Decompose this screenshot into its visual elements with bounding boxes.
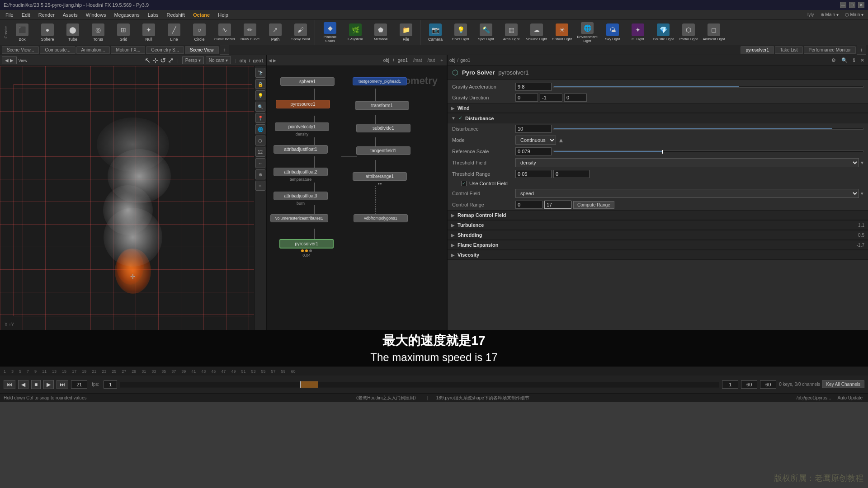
tool-ambient-light[interactable]: ◻Ambient Light: [702, 21, 726, 44]
tab-take-list[interactable]: Take List: [775, 46, 802, 54]
select-tool[interactable]: ↖: [145, 56, 151, 65]
gravity-accel-input[interactable]: [515, 83, 552, 91]
section-remap[interactable]: ▶ Remap Control Field: [448, 210, 868, 220]
tool-file[interactable]: 📁File: [394, 21, 418, 44]
maximize-button[interactable]: □: [849, 2, 855, 8]
tool-box[interactable]: ⬛Box: [10, 21, 34, 44]
rotate-tool[interactable]: ↺: [160, 56, 166, 65]
frame-bar[interactable]: [120, 381, 719, 388]
compute-range-button[interactable]: Compute Range: [573, 201, 614, 209]
node-vdb-box[interactable]: vdbfrompolygons1: [354, 214, 408, 222]
section-flame[interactable]: ▶ Flame Expansion -1.7: [448, 240, 868, 250]
tab-motion-fx[interactable]: Motion FX...: [111, 46, 145, 54]
tool-curve-bezier[interactable]: ∿Curve Bezier: [212, 21, 237, 44]
tool-draw-curve[interactable]: ✏Draw Curve: [238, 21, 262, 44]
tool-torus[interactable]: ◎Torus: [86, 21, 110, 44]
disturbance-input[interactable]: [515, 125, 552, 133]
tool-area-light[interactable]: ▦Area Light: [499, 21, 524, 44]
node-attrib1[interactable]: attribadjustfloat1: [274, 145, 328, 154]
persp-btn[interactable]: Persp ▾: [182, 56, 204, 64]
node-volumerast-box[interactable]: volumerasterizeattributes1: [270, 214, 328, 222]
scale-tool[interactable]: ⤢: [168, 56, 174, 65]
side-btn-9[interactable]: ↔: [255, 158, 265, 168]
node-sphere1[interactable]: sphere1: [280, 77, 335, 86]
tool-line[interactable]: ╱Line: [162, 21, 186, 44]
side-btn-11[interactable]: ≡: [255, 181, 265, 191]
menu-help[interactable]: Help: [214, 11, 232, 19]
props-geo1[interactable]: geo1: [460, 58, 470, 63]
ref-scale-slider[interactable]: [553, 150, 863, 152]
node-tangentfield1[interactable]: tangentfield1: [356, 146, 410, 155]
disturbance-slider[interactable]: [553, 128, 863, 130]
frame-input[interactable]: [71, 380, 87, 389]
node-transform1-box[interactable]: transform1: [355, 101, 409, 110]
side-btn-3[interactable]: 💡: [255, 90, 265, 100]
node-graph-content[interactable]: Geometry sphere1: [267, 66, 447, 330]
side-btn-4[interactable]: 🔍: [255, 102, 265, 112]
node-subdivide1-box[interactable]: subdivide1: [356, 124, 410, 132]
node-geo1[interactable]: geo1: [396, 58, 410, 63]
section-viscosity[interactable]: ▶ Viscosity: [448, 250, 868, 260]
menu-labs[interactable]: Labs: [144, 11, 162, 19]
node-attribrerange1[interactable]: attribrerange1 ●●: [353, 172, 407, 186]
control-range-min[interactable]: [515, 201, 542, 209]
node-mat[interactable]: /mat: [411, 58, 424, 63]
node-pighead-box[interactable]: testgeometry_pighead1: [353, 77, 407, 85]
tool-spray-paint[interactable]: 🖌Spray Paint: [288, 21, 313, 44]
control-field-expand-icon[interactable]: ▾: [861, 191, 863, 197]
side-btn-8[interactable]: 12: [255, 147, 265, 157]
control-range-max[interactable]: [544, 201, 571, 209]
node-pyrosource1[interactable]: pyrosource1: [276, 100, 330, 108]
side-btn-7[interactable]: ⬡: [255, 136, 265, 145]
node-volumerast[interactable]: volumerasterizeattributes1: [270, 214, 328, 222]
node-pyrosolver1-box[interactable]: pyrosolver1: [279, 239, 334, 249]
tab-performance-monitor[interactable]: Performance Monitor: [804, 46, 856, 54]
node-attrib2[interactable]: attribadjustfloat2 temperature: [274, 168, 328, 182]
mode-dropdown[interactable]: Continuous: [515, 136, 556, 145]
tool-metaball[interactable]: ⬟Metaball: [368, 21, 393, 44]
menu-octane[interactable]: Octane: [189, 11, 213, 19]
node-attribrerange1-box[interactable]: attribrerange1: [353, 172, 407, 181]
side-btn-1[interactable]: 🔭: [255, 68, 265, 78]
menu-assets[interactable]: Assets: [59, 11, 81, 19]
section-disturbance-header[interactable]: ▼ ✓ Disturbance: [448, 113, 868, 123]
tl-jump-start[interactable]: ⏮: [4, 380, 15, 389]
tool-env-light[interactable]: 🌐Environment Light: [575, 21, 599, 44]
node-transform1[interactable]: transform1: [355, 101, 409, 110]
mode-stepper-up[interactable]: ▲: [558, 136, 564, 144]
props-search-icon[interactable]: 🔍: [840, 56, 849, 64]
node-sphere1-box[interactable]: sphere1: [280, 77, 335, 86]
node-attrib2-box[interactable]: attribadjustfloat2: [274, 168, 328, 176]
side-btn-5[interactable]: 📍: [255, 113, 265, 123]
tool-null[interactable]: ✦Null: [137, 21, 161, 44]
tool-sphere[interactable]: ●Sphere: [35, 21, 60, 44]
tool-sky-light[interactable]: 🌤Sky Light: [600, 21, 625, 44]
tool-camera[interactable]: 📷Camera: [423, 21, 448, 44]
minimize-button[interactable]: —: [840, 2, 846, 8]
node-vdb[interactable]: vdbfrompolygons1: [354, 214, 408, 222]
key-all-channels-button[interactable]: Key All Channels: [822, 380, 864, 388]
node-subdivide1[interactable]: subdivide1: [356, 124, 410, 132]
props-gear-icon[interactable]: ⚙: [830, 56, 838, 64]
props-close-icon[interactable]: ✕: [859, 56, 866, 64]
tool-caustic-light[interactable]: 💎Caustic Light: [651, 21, 675, 44]
props-obj[interactable]: obj: [449, 58, 455, 63]
tool-volume-light[interactable]: ☁Volume Light: [524, 21, 549, 44]
props-info-icon[interactable]: ℹ: [851, 56, 857, 64]
tab-animation[interactable]: Animation...: [76, 46, 110, 54]
section-wind[interactable]: ▶ Wind: [448, 103, 868, 113]
node-tangentfield1-box[interactable]: tangentfield1: [356, 146, 410, 155]
node-plus[interactable]: +: [439, 58, 445, 63]
node-attrib3-box[interactable]: attribadjustfloat3: [274, 192, 328, 200]
gravity-dir-x[interactable]: [515, 94, 538, 102]
tab-scene-view-1[interactable]: Scene View...: [2, 46, 39, 54]
tool-platonic[interactable]: ◆Platonic Solids: [318, 21, 342, 44]
gravity-dir-z[interactable]: [564, 94, 587, 102]
side-btn-2[interactable]: 🔒: [255, 79, 265, 89]
section-shredding[interactable]: ▶ Shredding 0.5: [448, 230, 868, 240]
node-obj[interactable]: obj: [382, 58, 391, 63]
tool-lsystem[interactable]: 🌿L-System: [343, 21, 368, 44]
tab-add-1[interactable]: +: [220, 46, 229, 55]
start-frame-input[interactable]: [722, 380, 738, 389]
tool-gi-light[interactable]: ✦GI Light: [626, 21, 650, 44]
